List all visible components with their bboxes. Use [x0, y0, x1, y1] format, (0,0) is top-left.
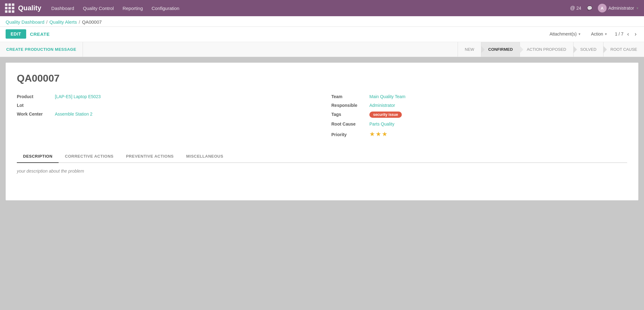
pagination: 1 / 7 ‹ ›	[615, 30, 638, 38]
action-dropdown[interactable]: Action ▼	[589, 30, 610, 38]
field-value-team[interactable]: Main Quality Team	[369, 94, 406, 99]
attachments-dropdown[interactable]: Attachment(s) ▼	[547, 30, 584, 38]
tab-miscellaneous[interactable]: MISCELLANEOUS	[180, 150, 229, 163]
breadcrumb-sep-2: /	[79, 19, 80, 25]
status-step-new[interactable]: NEW	[458, 42, 481, 57]
edit-button[interactable]: EDIT	[6, 29, 26, 39]
apps-grid-icon[interactable]	[5, 3, 14, 13]
status-step-root-cause[interactable]: ROOT CAUSE	[603, 42, 644, 57]
field-value-product[interactable]: [LAP-E5] Laptop E5023	[55, 94, 101, 99]
notification-count: 24	[576, 6, 581, 11]
breadcrumb-sep-1: /	[46, 19, 47, 25]
tab-corrective-actions[interactable]: CORRECTIVE ACTIONS	[59, 150, 120, 163]
field-product: Product [LAP-E5] Laptop E5023	[17, 94, 313, 99]
tabs-bar: DESCRIPTION CORRECTIVE ACTIONS PREVENTIV…	[17, 150, 627, 163]
action-caret: ▼	[604, 32, 608, 36]
tab-preventive-actions[interactable]: PREVENTIVE ACTIONS	[120, 150, 180, 163]
status-step-confirmed[interactable]: CONFIRMED	[481, 42, 520, 57]
action-bar: EDIT CREATE Attachment(s) ▼ Action ▼ 1 /…	[0, 27, 644, 42]
field-work-center: Work Center Assemble Station 2	[17, 112, 313, 117]
breadcrumb-quality-dashboard[interactable]: Quality Dashboard	[6, 19, 44, 25]
pagination-prev[interactable]: ‹	[625, 30, 631, 38]
avatar: A	[598, 4, 607, 12]
field-label-responsible: Responsible	[331, 103, 366, 108]
field-tags: Tags security issue	[331, 112, 627, 118]
tab-description[interactable]: DESCRIPTION	[17, 150, 59, 163]
field-value-responsible[interactable]: Administrator	[369, 103, 395, 108]
star-2[interactable]: ★	[376, 130, 381, 138]
app-brand: Quality	[18, 4, 41, 12]
attachments-caret: ▼	[578, 32, 581, 36]
fields-right: Team Main Quality Team Responsible Admin…	[331, 94, 627, 141]
star-1[interactable]: ★	[369, 130, 375, 138]
field-value-work-center[interactable]: Assemble Station 2	[55, 112, 93, 117]
pagination-next[interactable]: ›	[633, 30, 638, 38]
username: Administrator	[608, 6, 634, 11]
tag-badge-security[interactable]: security issue	[369, 112, 402, 118]
main-content: QA00007 Product [LAP-E5] Laptop E5023 Lo…	[0, 57, 644, 200]
field-label-tags: Tags	[331, 112, 366, 117]
create-button[interactable]: CREATE	[30, 31, 50, 37]
menu-item-dashboard[interactable]: Dashboard	[51, 4, 75, 12]
field-label-root-cause: Root Cause	[331, 122, 366, 126]
menu-item-reporting[interactable]: Reporting	[122, 4, 143, 12]
menu-item-configuration[interactable]: Configuration	[151, 4, 180, 12]
notification-badge[interactable]: @ 24	[570, 5, 581, 11]
user-menu[interactable]: A Administrator ▼	[598, 4, 639, 12]
top-navigation: Quality Dashboard Quality Control Report…	[0, 0, 644, 16]
menu-item-quality-control[interactable]: Quality Control	[82, 4, 114, 12]
status-step-action-proposed[interactable]: ACTION PROPOSED	[520, 42, 573, 57]
field-root-cause: Root Cause Parts Quality	[331, 122, 627, 126]
field-lot: Lot	[17, 103, 313, 108]
main-menu: Dashboard Quality Control Reporting Conf…	[51, 4, 570, 12]
field-priority: Priority ★ ★ ★	[331, 130, 627, 138]
star-3[interactable]: ★	[382, 130, 387, 138]
field-label-priority: Priority	[331, 132, 366, 137]
field-label-work-center: Work Center	[17, 112, 51, 117]
breadcrumb-quality-alerts[interactable]: Quality Alerts	[49, 19, 77, 25]
status-step-solved[interactable]: SOLVED	[573, 42, 603, 57]
pagination-text: 1 / 7	[615, 31, 623, 36]
breadcrumb-current: QA00007	[82, 19, 102, 25]
record-title: QA00007	[17, 73, 627, 84]
form-card: QA00007 Product [LAP-E5] Laptop E5023 Lo…	[6, 63, 638, 200]
fields-container: Product [LAP-E5] Laptop E5023 Lot Work C…	[17, 94, 627, 141]
at-icon: @	[570, 5, 575, 11]
fields-left: Product [LAP-E5] Laptop E5023 Lot Work C…	[17, 94, 313, 141]
status-steps: NEW CONFIRMED ACTION PROPOSED SOLVED ROO…	[458, 42, 644, 57]
breadcrumb: Quality Dashboard / Quality Alerts / QA0…	[0, 16, 644, 27]
field-label-product: Product	[17, 94, 51, 99]
description-text: your description about the problem	[17, 169, 84, 174]
field-label-lot: Lot	[17, 103, 51, 108]
field-team: Team Main Quality Team	[331, 94, 627, 99]
topnav-right: @ 24 💬 A Administrator ▼	[570, 4, 639, 12]
field-value-root-cause[interactable]: Parts Quality	[369, 122, 394, 126]
field-responsible: Responsible Administrator	[331, 103, 627, 108]
priority-stars[interactable]: ★ ★ ★	[369, 130, 387, 138]
create-production-message-btn[interactable]: CREATE PRODUCTION MESSAGE	[0, 42, 83, 57]
tab-content-description: your description about the problem	[17, 163, 627, 200]
status-bar: CREATE PRODUCTION MESSAGE NEW CONFIRMED …	[0, 42, 644, 57]
user-menu-caret: ▼	[636, 7, 639, 10]
chat-icon[interactable]: 💬	[587, 6, 592, 11]
attachments-label: Attachment(s)	[550, 31, 577, 36]
action-label: Action	[591, 31, 603, 36]
field-label-team: Team	[331, 94, 366, 99]
